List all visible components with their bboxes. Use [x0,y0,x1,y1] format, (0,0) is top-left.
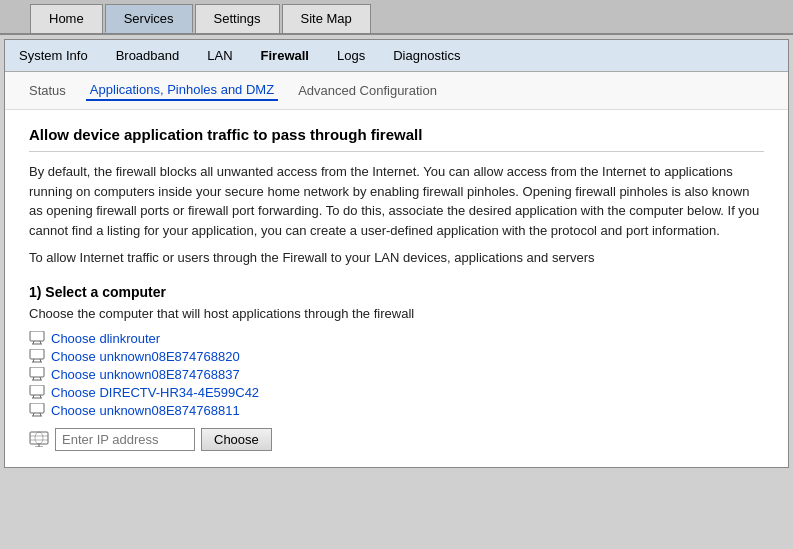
second-nav: System Info Broadband LAN Firewall Logs … [5,40,788,72]
computer-link-dlinkrouter[interactable]: Choose dlinkrouter [51,331,160,346]
tab-services[interactable]: Services [105,4,193,33]
tab-site-map[interactable]: Site Map [282,4,371,33]
nav-lan[interactable]: LAN [203,46,236,65]
svg-rect-8 [30,367,44,377]
sub-nav: Status Applications, Pinholes and DMZ Ad… [5,72,788,110]
nav-firewall[interactable]: Firewall [257,46,313,65]
description2: To allow Internet traffic or users throu… [29,248,764,268]
list-item: Choose DIRECTV-HR34-4E599C42 [29,385,764,400]
content-area: Allow device application traffic to pass… [5,110,788,467]
svg-point-23 [35,432,43,444]
tab-settings[interactable]: Settings [195,4,280,33]
list-item: Choose unknown08E874768811 [29,403,764,418]
top-nav: Home Services Settings Site Map [0,0,793,35]
list-item: Choose dlinkrouter [29,331,764,346]
nav-diagnostics[interactable]: Diagnostics [389,46,464,65]
svg-rect-12 [30,385,44,395]
computer-link-unknown2[interactable]: Choose unknown08E874768837 [51,367,240,382]
computer-link-unknown3[interactable]: Choose unknown08E874768811 [51,403,240,418]
choose-button[interactable]: Choose [201,428,272,451]
globe-icon [29,431,49,447]
tab-home[interactable]: Home [30,4,103,33]
page-title: Allow device application traffic to pass… [29,126,764,152]
svg-rect-16 [30,403,44,413]
subnav-applications[interactable]: Applications, Pinholes and DMZ [86,80,278,101]
pc-icon [29,349,45,363]
main-container: System Info Broadband LAN Firewall Logs … [4,39,789,468]
nav-logs[interactable]: Logs [333,46,369,65]
list-item: Choose unknown08E874768820 [29,349,764,364]
ip-address-input[interactable] [55,428,195,451]
computer-link-unknown1[interactable]: Choose unknown08E874768820 [51,349,240,364]
subnav-advanced[interactable]: Advanced Configuration [294,81,441,100]
section1-subtitle: Choose the computer that will host appli… [29,306,764,321]
list-item: Choose unknown08E874768837 [29,367,764,382]
description1: By default, the firewall blocks all unwa… [29,162,764,240]
svg-rect-0 [30,331,44,341]
computer-list: Choose dlinkrouter Choose unknown08E8747… [29,331,764,418]
pc-icon [29,403,45,417]
computer-link-directv[interactable]: Choose DIRECTV-HR34-4E599C42 [51,385,259,400]
nav-system-info[interactable]: System Info [15,46,92,65]
pc-icon [29,367,45,381]
pc-icon [29,385,45,399]
pc-icon [29,331,45,345]
section1-title: 1) Select a computer [29,284,764,300]
svg-rect-20 [30,432,48,444]
ip-row: Choose [29,428,764,451]
svg-rect-4 [30,349,44,359]
subnav-status[interactable]: Status [25,81,70,100]
nav-broadband[interactable]: Broadband [112,46,184,65]
